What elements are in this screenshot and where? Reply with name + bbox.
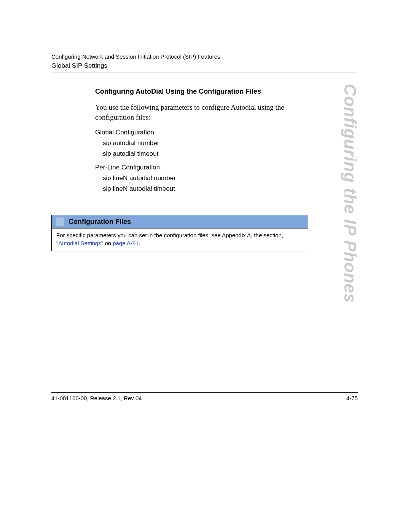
global-config-label: Global Configuration — [95, 129, 308, 136]
param-item: sip autodial number — [103, 139, 308, 147]
perline-config-label: Per-Line Configuration — [95, 164, 308, 171]
header-divider — [51, 72, 358, 72]
param-item: sip lineN autodial timeout — [103, 185, 308, 193]
footer-row: 41-001160-00, Release 2.1, Rev 04 4-75 — [51, 395, 358, 401]
param-item: sip lineN autodial number — [103, 174, 308, 182]
page-footer: 41-001160-00, Release 2.1, Rev 04 4-75 — [51, 392, 358, 401]
box-header: Configuration Files — [51, 215, 308, 228]
section-heading: Configuring AutoDial Using the Configura… — [95, 88, 308, 96]
header-breadcrumb: Configuring Network and Session Initiati… — [51, 53, 358, 60]
footer-divider — [51, 392, 358, 393]
box-text-mid: on — [103, 240, 113, 246]
document-icon — [56, 217, 64, 226]
main-content: Configuring AutoDial Using the Configura… — [95, 88, 308, 193]
config-files-box: Configuration Files For specific paramet… — [51, 215, 308, 251]
global-param-list: sip autodial number sip autodial timeout — [103, 139, 308, 158]
autodial-settings-link[interactable]: "Autodial Settings" — [56, 240, 103, 246]
perline-param-list: sip lineN autodial number sip lineN auto… — [103, 174, 308, 193]
chapter-watermark: Configuring the IP Phones — [341, 84, 360, 303]
page-link[interactable]: page A-81 — [113, 240, 139, 246]
box-text-suffix: . — [139, 240, 140, 246]
box-body: For specific parameters you can set in t… — [51, 228, 308, 251]
box-title: Configuration Files — [68, 218, 131, 226]
box-text-prefix: For specific parameters you can set in t… — [56, 232, 283, 238]
intro-paragraph: You use the following parameters to conf… — [95, 102, 308, 122]
page-content: Configuring Network and Session Initiati… — [51, 53, 358, 251]
header-section: Global SIP Settings — [51, 62, 358, 70]
param-item: sip autodial timeout — [103, 150, 308, 158]
footer-left: 41-001160-00, Release 2.1, Rev 04 — [51, 395, 142, 401]
footer-right: 4-75 — [346, 395, 358, 401]
